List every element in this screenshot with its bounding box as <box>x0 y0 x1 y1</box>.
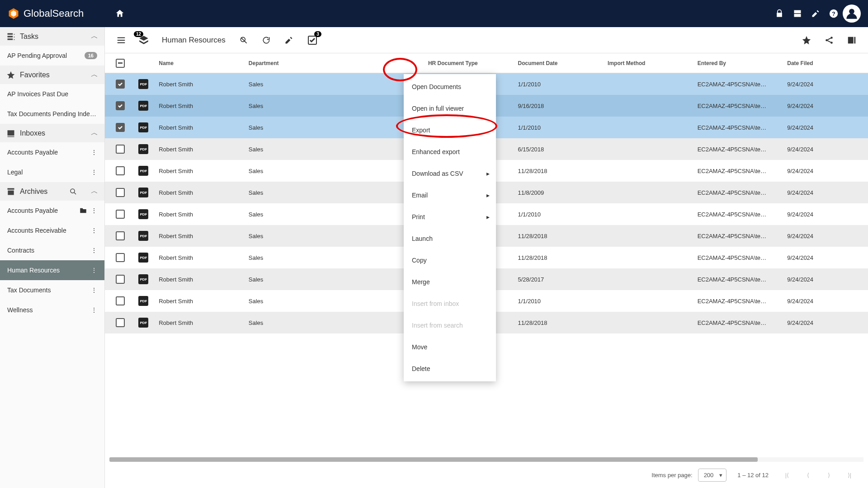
more-icon[interactable]: ⋮ <box>91 247 97 254</box>
row-checkbox[interactable] <box>116 101 125 110</box>
col-date-filed[interactable]: Date Filed <box>783 60 864 66</box>
cell-name: Robert Smith <box>155 189 245 196</box>
sidebar-item-archive[interactable]: Tax Documents⋮ <box>0 280 104 300</box>
section-label: Inboxes <box>20 129 91 137</box>
refresh-button[interactable] <box>259 33 274 47</box>
row-checkbox[interactable] <box>116 275 125 284</box>
submenu-arrow-icon: ▸ <box>486 170 490 177</box>
archive-icon <box>6 187 15 196</box>
col-name[interactable]: Name <box>155 60 245 66</box>
sidebar-item-tax-pending[interactable]: Tax Documents Pending Inde… <box>0 104 104 124</box>
menu-item[interactable]: Enhanced export <box>404 141 496 163</box>
help-button[interactable]: ? <box>825 5 843 23</box>
share-button[interactable] <box>822 33 836 47</box>
more-icon[interactable]: ⋮ <box>91 306 97 314</box>
sidebar-item-archive[interactable]: Human Resources⋮ <box>0 260 104 280</box>
user-avatar[interactable] <box>843 5 861 23</box>
first-page-button[interactable]: |⟨ <box>779 467 795 483</box>
menu-item[interactable]: Copy <box>404 249 496 271</box>
sidebar-item-archive[interactable]: Wellness⋮ <box>0 300 104 320</box>
col-entered-by[interactable]: Entered By <box>694 60 784 66</box>
storage-button[interactable] <box>788 5 807 23</box>
cell-name: Robert Smith <box>155 103 245 109</box>
ipp-select[interactable]: 200 <box>698 469 727 482</box>
sidebar-item-ap-pending[interactable]: AP Pending Approval 16 <box>0 46 104 66</box>
search-icon[interactable] <box>69 188 77 196</box>
menu-item[interactable]: Open Documents <box>404 76 496 98</box>
more-icon[interactable]: ⋮ <box>91 169 97 176</box>
prev-page-button[interactable]: ⟨ <box>800 467 816 483</box>
col-hr-type[interactable]: HR Document Type <box>425 60 514 66</box>
sidebar-item-ap-past-due[interactable]: AP Invoices Past Due <box>0 84 104 104</box>
row-checkbox[interactable] <box>116 145 125 154</box>
row-checkbox[interactable] <box>116 253 125 262</box>
section-archives[interactable]: Archives ︿ <box>0 182 104 201</box>
row-checkbox[interactable] <box>116 166 125 175</box>
cell-entered-by: EC2AMAZ-4P5CSNA\te… <box>694 233 784 239</box>
page-title: Human Resources <box>162 36 226 45</box>
menu-button[interactable] <box>114 33 128 47</box>
cell-date-filed: 9/24/2024 <box>783 233 864 239</box>
submenu-arrow-icon: ▸ <box>486 213 490 221</box>
menu-item[interactable]: Export <box>404 119 496 141</box>
cell-doc-date: 11/8/2009 <box>514 189 604 196</box>
more-icon[interactable]: ⋮ <box>91 207 97 214</box>
row-checkbox[interactable] <box>116 80 125 89</box>
cell-doc-date: 11/28/2018 <box>514 319 604 326</box>
layers-button[interactable]: 12 <box>137 33 151 47</box>
svg-point-2 <box>849 9 854 14</box>
sidebar-item-inbox-legal[interactable]: Legal ⋮ <box>0 162 104 182</box>
section-label: Tasks <box>20 33 91 41</box>
lock-button[interactable] <box>770 5 788 23</box>
menu-item[interactable]: Open in full viewer <box>404 98 496 119</box>
col-import[interactable]: Import Method <box>604 60 694 66</box>
more-icon[interactable]: ⋮ <box>91 286 97 294</box>
panel-button[interactable] <box>844 33 859 47</box>
sidebar-item-archive[interactable]: Accounts Payable⋮ <box>0 201 104 221</box>
svg-rect-10 <box>854 37 856 43</box>
sign-button[interactable] <box>807 5 825 23</box>
favorite-button[interactable] <box>799 33 814 47</box>
section-tasks[interactable]: Tasks ︿ <box>0 27 104 46</box>
menu-item[interactable]: Download as CSV▸ <box>404 163 496 184</box>
cell-doc-date: 1/1/2010 <box>514 298 604 305</box>
row-checkbox[interactable] <box>116 188 125 197</box>
menu-item[interactable]: Merge <box>404 271 496 293</box>
row-checkbox[interactable] <box>116 231 125 240</box>
search-off-button[interactable] <box>236 33 251 47</box>
col-department[interactable]: Department <box>245 60 425 66</box>
cell-entered-by: EC2AMAZ-4P5CSNA\te… <box>694 124 784 131</box>
sidebar-item-archive[interactable]: Contracts⋮ <box>0 240 104 260</box>
horizontal-scrollbar[interactable] <box>109 457 863 462</box>
next-page-button[interactable]: ⟩ <box>821 467 836 483</box>
section-favorites[interactable]: Favorites ︿ <box>0 66 104 84</box>
row-checkbox[interactable] <box>116 296 125 305</box>
more-icon[interactable]: ⋮ <box>91 149 97 156</box>
menu-item[interactable]: Email▸ <box>404 184 496 206</box>
select-all-checkbox[interactable] <box>116 59 125 68</box>
menu-item[interactable]: Launch <box>404 228 496 249</box>
home-button[interactable] <box>111 5 129 23</box>
app-logo[interactable]: GlobalSearch <box>7 7 84 20</box>
last-page-button[interactable]: ⟩| <box>842 467 857 483</box>
menu-item[interactable]: Print▸ <box>404 206 496 228</box>
section-inboxes[interactable]: Inboxes ︿ <box>0 124 104 142</box>
col-doc-date[interactable]: Document Date <box>514 60 604 66</box>
sidebar-item-inbox-ap[interactable]: Accounts Payable ⋮ <box>0 142 104 162</box>
more-icon[interactable]: ⋮ <box>91 227 97 234</box>
menu-item[interactable]: Delete <box>404 358 496 380</box>
cell-department: Sales <box>245 211 425 218</box>
more-icon[interactable]: ⋮ <box>91 267 97 274</box>
row-checkbox[interactable] <box>116 123 125 132</box>
sidebar-item-archive[interactable]: Accounts Receivable⋮ <box>0 221 104 240</box>
menu-item[interactable]: Move <box>404 336 496 358</box>
edit-button[interactable] <box>282 33 296 47</box>
row-checkbox[interactable] <box>116 318 125 327</box>
task-count-badge: 16 <box>85 52 97 59</box>
main-content: 12 Human Resources 3 <box>105 27 868 488</box>
cell-date-filed: 9/24/2024 <box>783 124 864 131</box>
cell-date-filed: 9/24/2024 <box>783 189 864 196</box>
row-checkbox[interactable] <box>116 210 125 219</box>
cell-doc-date: 1/1/2010 <box>514 81 604 88</box>
selection-menu-button[interactable]: 3 <box>304 32 321 48</box>
